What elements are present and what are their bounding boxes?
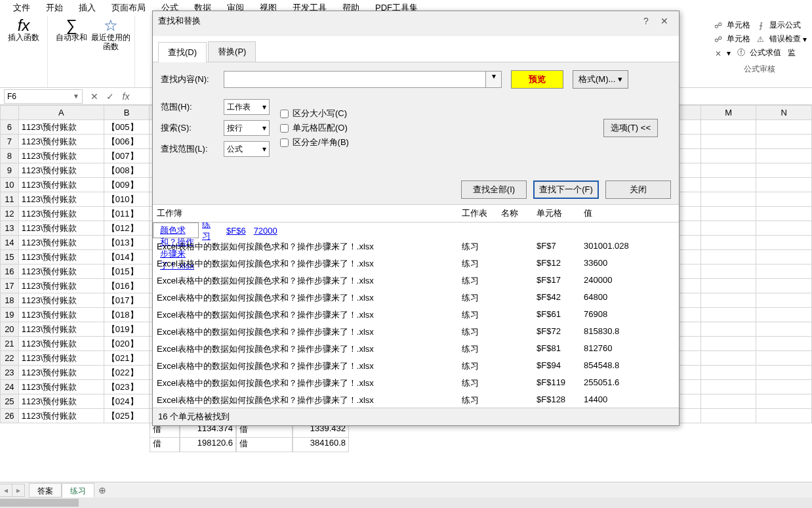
enter-icon[interactable]: ✓ [102,91,118,102]
formula-icon: ⨍ [755,21,767,30]
match-case-checkbox[interactable]: 区分大小写(C) [280,108,349,119]
find-content-input[interactable] [224,71,486,88]
dialog-titlebar[interactable]: 查找和替换 ? ✕ [153,11,679,31]
add-sheet-button[interactable]: ⊕ [94,485,110,496]
name-box[interactable]: F6 ▼ [4,89,83,104]
preview-button[interactable]: 预览 [511,70,563,89]
help-button[interactable]: ? [637,16,655,26]
find-next-button[interactable]: 查找下一个(F) [533,180,599,199]
results-status: 16 个单元格被找到 [153,408,679,425]
trace-icon: ☍ [712,21,724,30]
col-header[interactable]: M [700,106,756,120]
search-label: 搜索(S): [161,122,224,134]
result-row[interactable]: Excel表格中的数据如何按颜色求和？操作步骤来了！.xlsx练习$F$4264… [153,289,679,307]
result-row[interactable]: Excel表格中的数据如何按颜色求和？操作步骤来了！.xlsx练习$F$6720… [153,222,199,238]
col-header[interactable]: N [756,106,812,120]
results-list[interactable]: Excel表格中的数据如何按颜色求和？操作步骤来了！.xlsx练习$F$6720… [153,222,679,408]
fx-button[interactable]: fx [118,91,134,102]
autosum-label: 自动求和 [56,33,87,42]
result-row[interactable]: Excel表格中的数据如何按颜色求和？操作步骤来了！.xlsx练习$F$8181… [153,341,679,358]
sheet-tab-练习[interactable]: 练习 [62,483,94,497]
ribbon-right-group: ☍单元格 ⨍显示公式 ☍单元格 ⚠错误检查 ▾ ⨯▾ ⓕ公式求值 监 公式审核 [707,16,812,87]
close-button[interactable]: ✕ [655,16,674,26]
format-button[interactable]: 格式(M)... ▾ [573,70,628,89]
partial-row-below: 借 198120.6 借 384160.8 [150,438,812,452]
menu-插入[interactable]: 插入 [71,2,104,14]
fx-icon: fx [18,21,30,30]
trace-precedents-button[interactable]: ☍单元格 ⨍显示公式 [712,18,807,32]
cancel-icon[interactable]: ✕ [87,91,102,102]
chevron-down-icon[interactable]: ▼ [73,93,79,100]
col-header[interactable]: A [18,106,104,120]
match-whole-checkbox[interactable]: 单元格匹配(O) [280,122,349,134]
results-header: 工作簿 工作表 名称 单元格 值 [153,204,679,222]
tab-find[interactable]: 查找(D) [158,42,207,62]
result-row[interactable]: Excel表格中的数据如何按颜色求和？操作步骤来了！.xlsx练习$F$7281… [153,324,679,341]
close-dialog-button[interactable]: 关闭 [605,180,671,199]
find-content-label: 查找内容(N): [161,74,224,85]
autosum-button[interactable]: ∑ 自动求和 [52,18,91,42]
result-row[interactable]: Excel表格中的数据如何按颜色求和？操作步骤来了！.xlsx练习$F$1192… [153,375,679,392]
content-dropdown[interactable]: ▾ [486,71,502,88]
match-width-checkbox[interactable]: 区分全/半角(B) [280,137,349,148]
sheet-tab-bar: ◂▸ 答案练习 ⊕ [0,482,812,497]
find-all-button[interactable]: 查找全部(I) [461,180,527,199]
eval-icon: ⓕ [735,47,747,58]
tab-nav[interactable]: ◂▸ [0,484,25,497]
scope-select[interactable]: 工作表▾ [224,99,270,115]
name-box-value: F6 [7,92,16,101]
dialog-tabs: 查找(D) 替换(P) [153,36,679,62]
ribbon-group-label: 公式审核 [712,62,807,76]
search-select[interactable]: 按行▾ [224,120,270,136]
menu-文件[interactable]: 文件 [5,2,38,14]
error-icon: ⚠ [755,35,767,44]
remove-arrows-button[interactable]: ⨯▾ ⓕ公式求值 监 [712,46,807,60]
find-replace-dialog: 查找和替换 ? ✕ 查找(D) 替换(P) 查找内容(N): ▾ 预览 格式(M… [152,11,680,426]
star-icon: ☆ [104,21,118,30]
result-row[interactable]: Excel表格中的数据如何按颜色求和？操作步骤来了！.xlsx练习$F$1233… [153,255,679,272]
dialog-title: 查找和替换 [158,15,201,27]
menu-页面布局[interactable]: 页面布局 [104,2,153,14]
remove-icon: ⨯ [712,49,724,58]
recent-label: 最近使用的 函数 [91,33,131,51]
sigma-icon: ∑ [66,21,77,30]
options-button[interactable]: 选项(T) << [603,119,658,137]
insert-function-button[interactable]: fx 插入函数 [4,18,43,42]
lookin-select[interactable]: 公式▾ [224,141,270,157]
scope-label: 范围(H): [161,101,224,113]
recent-functions-button[interactable]: ☆ 最近使用的 函数 [91,18,131,51]
result-row[interactable]: Excel表格中的数据如何按颜色求和？操作步骤来了！.xlsx练习$F$7301… [153,238,679,255]
trace-dependents-button[interactable]: ☍单元格 ⚠错误检查 ▾ [712,32,807,46]
result-row[interactable]: Excel表格中的数据如何按颜色求和？操作步骤来了！.xlsx练习$F$9485… [153,358,679,375]
col-header[interactable]: B [104,106,149,120]
sheet-tab-答案[interactable]: 答案 [29,483,62,497]
lookin-label: 查找范围(L): [161,143,224,155]
horizontal-scrollbar[interactable] [0,497,812,508]
tab-replace[interactable]: 替换(P) [208,41,256,62]
result-row[interactable]: Excel表格中的数据如何按颜色求和？操作步骤来了！.xlsx练习$F$1724… [153,272,679,289]
menu-开始[interactable]: 开始 [38,2,71,14]
result-row[interactable]: Excel表格中的数据如何按颜色求和？操作步骤来了！.xlsx练习$F$1281… [153,392,679,408]
insert-function-label: 插入函数 [8,33,39,42]
result-row[interactable]: Excel表格中的数据如何按颜色求和？操作步骤来了！.xlsx练习$F$6176… [153,307,679,324]
trace-dep-icon: ☍ [712,35,724,44]
